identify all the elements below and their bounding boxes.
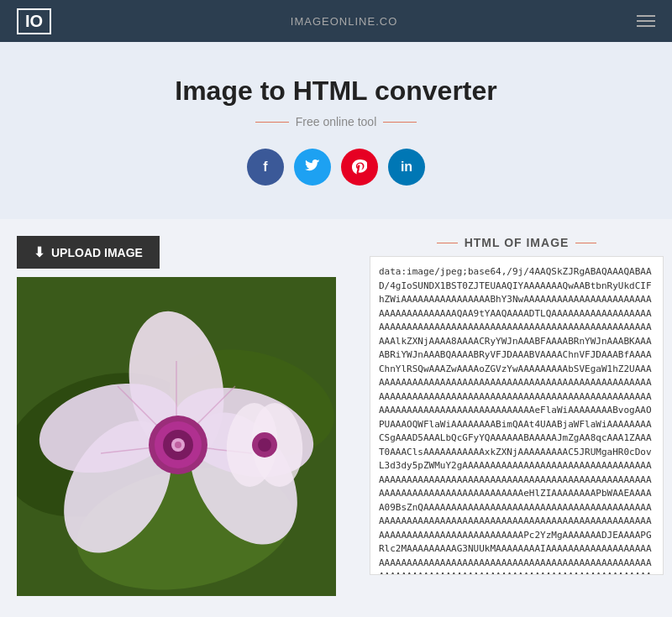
image-preview-area	[17, 277, 336, 596]
pinterest-icon[interactable]	[341, 149, 378, 186]
menu-line-3	[637, 25, 655, 27]
linkedin-icon[interactable]: in	[388, 149, 425, 186]
upload-button[interactable]: ⬇ UPLOAD IMAGE	[17, 236, 160, 269]
subtitle: Free online tool	[17, 115, 655, 128]
menu-icon[interactable]	[637, 15, 655, 27]
facebook-icon[interactable]: f	[247, 149, 284, 186]
html-output-header: HTML OF IMAGE	[370, 236, 664, 249]
flower-image	[17, 277, 336, 596]
left-panel: ⬇ UPLOAD IMAGE	[17, 236, 353, 596]
html-output-box[interactable]: data:image/jpeg;base64,/9j/4AAQSkZJRgABA…	[370, 256, 664, 575]
svg-point-22	[258, 438, 271, 452]
main-content: ⬇ UPLOAD IMAGE	[0, 219, 672, 596]
navbar: IO IMAGEONLINE.CO	[0, 0, 672, 42]
hero-section: Image to HTML converter Free online tool…	[0, 42, 672, 219]
menu-line-2	[637, 20, 655, 22]
svg-point-18	[175, 442, 181, 448]
social-icons-container: f in	[17, 149, 655, 186]
navbar-brand: IO	[17, 8, 51, 34]
upload-icon: ⬇	[34, 244, 45, 260]
right-panel: HTML OF IMAGE data:image/jpeg;base64,/9j…	[370, 236, 664, 596]
twitter-icon[interactable]	[294, 149, 331, 186]
page-title: Image to HTML converter	[17, 76, 655, 107]
navbar-title: IMAGEONLINE.CO	[291, 15, 397, 28]
upload-button-label: UPLOAD IMAGE	[51, 246, 143, 259]
menu-line-1	[637, 15, 655, 17]
